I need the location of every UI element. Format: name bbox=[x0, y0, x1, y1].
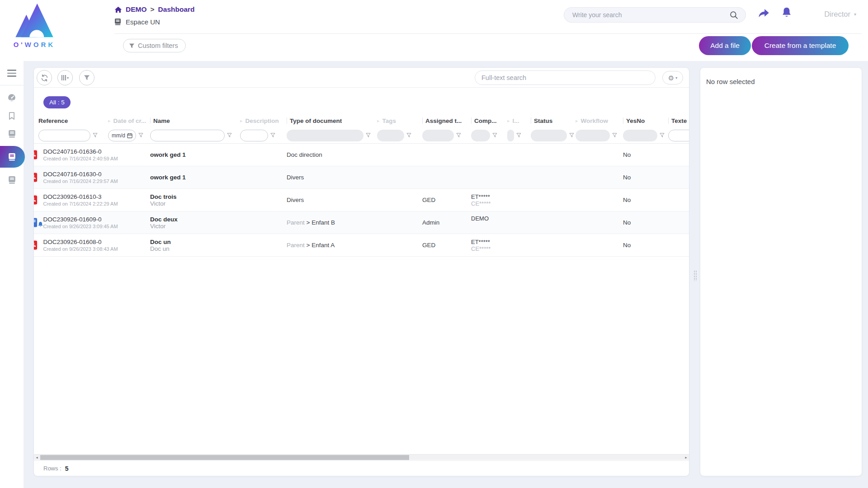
brand-name: O'WORK bbox=[9, 41, 60, 48]
table-row[interactable]: DOC230926-01610-3Created on 7/16/2024 2:… bbox=[34, 189, 689, 211]
full-text-search bbox=[475, 70, 656, 85]
table-row[interactable]: DOC240716-01630-0Created on 7/16/2024 2:… bbox=[34, 166, 689, 189]
date-filter-input[interactable]: mm/d bbox=[108, 130, 136, 141]
refresh-icon bbox=[41, 74, 48, 82]
sidebar-item-bookmarks[interactable] bbox=[0, 108, 24, 123]
column-header-workflow[interactable]: ▸Workflow bbox=[576, 117, 623, 124]
column-header-name[interactable]: Name bbox=[150, 117, 240, 124]
full-text-search-input[interactable] bbox=[475, 74, 655, 81]
document-reference: DOC230926-01610-3 bbox=[43, 193, 118, 200]
column-header-tags[interactable]: ▸Tags bbox=[377, 117, 422, 124]
chevron-down-icon: ▾ bbox=[675, 76, 677, 80]
document-created-date: Created on 9/26/2023 3:09:45 AM bbox=[43, 224, 118, 229]
reference-filter-funnel-button[interactable] bbox=[93, 133, 98, 138]
funnel-icon bbox=[129, 43, 135, 49]
column-header-status[interactable]: Status bbox=[531, 117, 576, 124]
filter-badge-row: All : 5 bbox=[34, 88, 689, 114]
logo-mountain-icon bbox=[14, 3, 55, 38]
column-header-date[interactable]: ▸Date of cr... bbox=[108, 117, 150, 124]
all-count-badge[interactable]: All : 5 bbox=[43, 96, 71, 108]
alert-bell-icon bbox=[38, 221, 43, 228]
expand-arrow-icon: ▸ bbox=[108, 118, 111, 124]
date-filter-funnel-button[interactable] bbox=[138, 133, 143, 138]
table-row[interactable]: DOC240716-01636-0Created on 7/16/2024 2:… bbox=[34, 144, 689, 166]
funnel-icon bbox=[492, 133, 497, 138]
document-yesno: No bbox=[623, 211, 668, 234]
horizontal-scrollbar[interactable]: ◂ ▸ bbox=[34, 454, 689, 460]
breadcrumb-current[interactable]: Dashboard bbox=[158, 5, 195, 14]
table-settings-button[interactable]: ⚙ ▾ bbox=[662, 71, 683, 84]
column-header-texte[interactable]: Texte bbox=[668, 117, 689, 124]
description-filter-input[interactable] bbox=[240, 130, 268, 141]
name-filter-funnel-button[interactable] bbox=[227, 133, 232, 138]
description-filter-funnel-button[interactable] bbox=[270, 133, 275, 138]
table-row[interactable]: w DOC230926-01609-0Created on 9/26/2023 … bbox=[34, 211, 689, 234]
type-filter-funnel-button[interactable] bbox=[366, 133, 371, 138]
detail-panel: No row selected bbox=[700, 68, 862, 476]
top-header: O'WORK DEMO > Dashboard Espace UN C bbox=[0, 0, 868, 61]
add-file-button[interactable]: Add a file bbox=[699, 36, 751, 55]
column-header-company[interactable]: Comp... bbox=[471, 117, 507, 124]
global-search-input[interactable] bbox=[564, 11, 730, 19]
breadcrumb-root[interactable]: DEMO bbox=[126, 5, 147, 14]
global-search bbox=[564, 7, 746, 23]
app-logo[interactable]: O'WORK bbox=[9, 3, 60, 48]
global-search-submit[interactable] bbox=[730, 11, 745, 19]
reference-filter-input[interactable] bbox=[38, 130, 90, 141]
share-button[interactable] bbox=[758, 8, 770, 20]
column-header-reference[interactable]: Reference bbox=[38, 117, 108, 124]
assigned-filter-funnel-button[interactable] bbox=[456, 133, 461, 138]
sidebar-item-documents[interactable] bbox=[0, 126, 24, 141]
expand-arrow-icon: ▸ bbox=[576, 118, 578, 124]
book-icon bbox=[114, 18, 121, 26]
pdf-file-icon bbox=[34, 240, 38, 250]
document-type: Doc direction bbox=[287, 151, 322, 158]
column-header-type[interactable]: Type of document bbox=[287, 117, 377, 124]
create-from-template-button[interactable]: Create from a template bbox=[752, 36, 849, 55]
funnel-icon bbox=[569, 133, 574, 138]
funnel-icon bbox=[270, 133, 275, 138]
status-filter-funnel-button[interactable] bbox=[569, 133, 574, 138]
horizontal-scrollbar-thumb[interactable] bbox=[40, 455, 409, 460]
document-name-sub: Victor bbox=[150, 200, 240, 207]
sidebar-item-espace-active[interactable] bbox=[0, 146, 25, 168]
filters-toggle-button[interactable] bbox=[79, 70, 94, 85]
notifications-button[interactable] bbox=[781, 7, 792, 20]
breadcrumb-separator: > bbox=[151, 5, 155, 14]
scroll-right-arrow[interactable]: ▸ bbox=[683, 455, 689, 460]
book-icon bbox=[8, 176, 16, 184]
company-filter-funnel-button[interactable] bbox=[492, 133, 497, 138]
user-role-menu[interactable]: Director ▾ bbox=[824, 10, 856, 19]
sidebar-item-dashboard[interactable] bbox=[0, 90, 24, 105]
document-reference: DOC230926-01608-0 bbox=[43, 239, 118, 245]
sidebar-item-archive[interactable] bbox=[0, 172, 24, 188]
table-row[interactable]: DOC230926-01608-0Created on 9/26/2023 3:… bbox=[34, 234, 689, 257]
column-header-yesno[interactable]: YesNo bbox=[623, 117, 668, 124]
document-created-date: Created on 7/16/2024 2:29:57 AM bbox=[43, 178, 118, 184]
yesno-filter-disabled bbox=[623, 130, 657, 141]
yesno-filter-funnel-button[interactable] bbox=[660, 133, 665, 138]
expand-arrow-icon: ▸ bbox=[240, 118, 243, 124]
column-header-assigned[interactable]: Assigned t... bbox=[422, 117, 471, 124]
columns-visibility-button[interactable]: ▾ bbox=[57, 70, 73, 85]
home-icon[interactable] bbox=[114, 6, 122, 13]
texte-filter-input[interactable] bbox=[668, 130, 689, 141]
document-assigned bbox=[422, 144, 471, 166]
tags-filter-funnel-button[interactable] bbox=[406, 133, 411, 138]
document-name: Doc un bbox=[150, 239, 240, 245]
assigned-filter-disabled bbox=[422, 130, 454, 141]
i-filter-funnel-button[interactable] bbox=[516, 133, 521, 138]
scroll-left-arrow[interactable]: ◂ bbox=[34, 455, 40, 460]
column-header-i[interactable]: ▸I... bbox=[507, 117, 531, 124]
sidebar-divider bbox=[0, 85, 24, 85]
name-filter-input[interactable] bbox=[150, 130, 225, 141]
workflow-filter-funnel-button[interactable] bbox=[612, 133, 617, 138]
menu-toggle-button[interactable] bbox=[0, 66, 24, 81]
column-header-description[interactable]: ▸Description bbox=[240, 117, 287, 124]
tags-filter-disabled bbox=[377, 130, 404, 141]
panel-resize-handle[interactable] bbox=[693, 270, 697, 281]
custom-filters-button[interactable]: Custom filters bbox=[123, 39, 186, 52]
refresh-button[interactable] bbox=[37, 70, 52, 85]
document-type: Divers bbox=[287, 197, 304, 203]
funnel-icon bbox=[227, 133, 232, 138]
